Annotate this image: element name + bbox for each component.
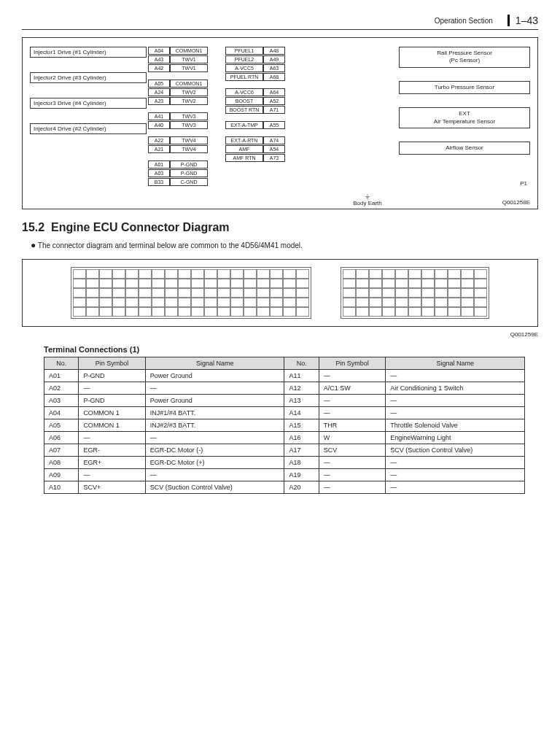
pin-row: A-VCC6A64 [225, 88, 285, 96]
connector-pin [178, 269, 191, 279]
connector-pin [86, 307, 99, 317]
connector-pin [217, 269, 230, 279]
pin-row: BOOST RTNA71 [225, 106, 285, 114]
table-cell: — [319, 407, 385, 419]
pin-row: A40TWV3 [148, 121, 208, 129]
sensor-label: Airflow Sensor [399, 142, 530, 155]
connector-pin [296, 279, 309, 288]
table-cell: A06 [44, 432, 79, 444]
table-cell: A09 [44, 469, 79, 481]
connector-pin [125, 269, 139, 279]
connector-pin [165, 307, 178, 317]
table-cell: — [319, 370, 385, 382]
injector-label: Injector1 Drive (#1 Cylinder) [30, 47, 147, 58]
connector-code: Q001259E [22, 331, 538, 338]
table-cell: A17 [284, 444, 319, 457]
connector-pin [152, 269, 165, 279]
connector-pin [178, 298, 191, 307]
diagram-code: Q001258E [30, 199, 530, 206]
connector-pin [99, 269, 112, 279]
table-cell: — [319, 395, 385, 407]
connector-pin [435, 298, 448, 307]
connector-pin [408, 307, 421, 317]
connector-pin [112, 269, 125, 279]
table-cell: W [319, 432, 385, 444]
table-cell: — [79, 469, 145, 481]
pin-row: EXT-A-RTNA74 [225, 136, 285, 144]
connector-pin [283, 298, 296, 307]
connector-pin [382, 307, 395, 317]
sensor-label: EXTAir Temperature Sensor [399, 107, 530, 128]
connector-pin [217, 298, 230, 307]
pin-row: PFUEL1A48 [225, 47, 285, 55]
connector-pin [125, 288, 139, 298]
pin-row: BOOSTA52 [225, 97, 285, 105]
table-row: A01P-GNDPower GroundA11—— [44, 370, 525, 382]
section-label: Operation Section [435, 17, 493, 25]
table-cell: A11 [284, 370, 319, 382]
table-cell: EGR-DC Motor (-) [145, 444, 284, 457]
table-row: A05COMMON 1INJ#2/#3 BATT.A15THRThrottle … [44, 419, 525, 432]
table-cell: A15 [284, 419, 319, 432]
connector-pin [86, 279, 99, 288]
connector-pin [165, 279, 178, 288]
connector-pin [139, 269, 152, 279]
connector-pin [178, 279, 191, 288]
connector-pin [257, 298, 270, 307]
pin-row: AMFA54 [225, 145, 285, 153]
connector-pin [125, 307, 139, 317]
connector-pin [448, 269, 461, 279]
table-header: Signal Name [386, 357, 525, 370]
connector-pin [99, 288, 112, 298]
connector-pin [191, 269, 204, 279]
connector-pin [369, 288, 382, 298]
connector-pin [369, 307, 382, 317]
connector-pin [356, 269, 369, 279]
connector-pin [204, 288, 217, 298]
connector-pin [217, 307, 230, 317]
connector-pin [165, 288, 178, 298]
table-header: No. [44, 357, 79, 370]
connector-pin [369, 298, 382, 307]
connector-pin [343, 269, 356, 279]
connector-pin [73, 269, 86, 279]
pin-row: A22TWV4 [148, 136, 208, 144]
table-cell: EngineWarning Light [386, 432, 525, 444]
section-heading: 15.2 Engine ECU Connector Diagram [22, 221, 538, 234]
connector-pin [296, 298, 309, 307]
connector-pin [257, 288, 270, 298]
table-cell: P-GND [79, 370, 145, 382]
pin-row: A41TWV3 [148, 112, 208, 120]
connector-pin [474, 307, 487, 317]
connector-pin [474, 279, 487, 288]
connector-pin [461, 298, 474, 307]
pin-row: A42TWV1 [148, 64, 208, 72]
connector-pin [296, 288, 309, 298]
injector-label: Injector4 Drive (#2 Cylinder) [30, 123, 147, 134]
pin-row: PFUEL2A49 [225, 55, 285, 63]
table-row: A03P-GNDPower GroundA13—— [44, 395, 525, 407]
connector-pin [165, 298, 178, 307]
connector-pin [356, 307, 369, 317]
pin-row: A03P-GND [148, 169, 208, 177]
table-row: A06——A16WEngineWarning Light [44, 432, 525, 444]
connector-pin [448, 288, 461, 298]
connector-pin [448, 279, 461, 288]
connector-pin [270, 307, 283, 317]
connector-pin [408, 269, 421, 279]
table-cell: A08 [44, 457, 79, 469]
connector-pin [461, 288, 474, 298]
table-cell: A19 [284, 469, 319, 481]
connector-pin [112, 298, 125, 307]
pin-row: A21TWV4 [148, 145, 208, 153]
connector-pin [421, 288, 435, 298]
connector-pin [230, 279, 244, 288]
connector-pin [73, 307, 86, 317]
table-cell: — [79, 432, 145, 444]
connector-pin [435, 288, 448, 298]
table-cell: Throttle Solenoid Valve [386, 419, 525, 432]
connector-pin [296, 269, 309, 279]
connector-pin [204, 279, 217, 288]
table-cell: A12 [284, 382, 319, 395]
connector-pin [112, 288, 125, 298]
